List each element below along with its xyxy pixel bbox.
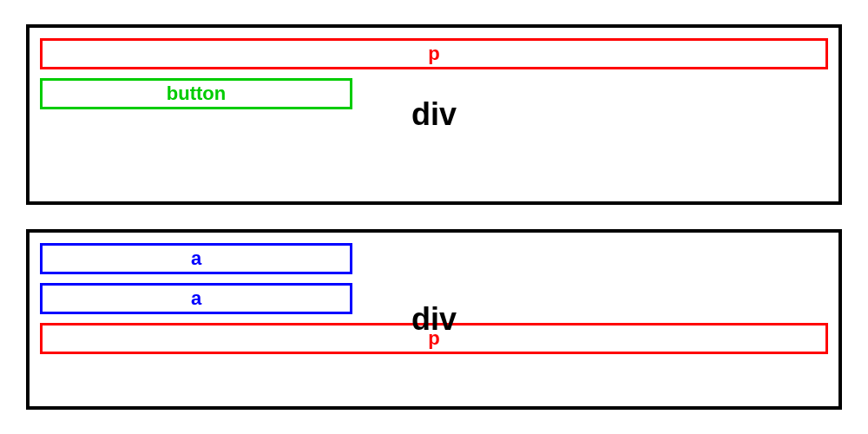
p-element: p	[40, 38, 828, 69]
div-container-1: div p button	[26, 24, 842, 205]
p-label: p	[428, 327, 439, 350]
a-label: a	[191, 287, 201, 310]
button-label: button	[167, 82, 226, 105]
p-element: p	[40, 323, 828, 354]
a-element[interactable]: a	[40, 283, 352, 314]
button-element[interactable]: button	[40, 78, 352, 109]
p-label: p	[428, 43, 439, 65]
a-label: a	[191, 247, 201, 270]
div-container-2: div a a p	[26, 229, 842, 410]
container-1-label: div	[411, 96, 457, 133]
a-element[interactable]: a	[40, 243, 352, 274]
